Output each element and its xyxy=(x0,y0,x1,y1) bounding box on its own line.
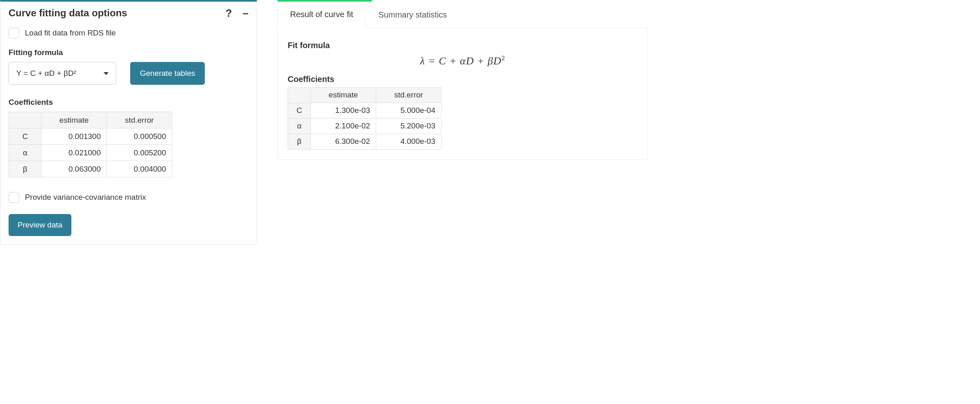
coefficients-table-left: estimate std.error C 0.001300 0.000500 α… xyxy=(9,112,172,177)
help-icon[interactable]: ? xyxy=(226,8,232,18)
collapse-icon[interactable]: – xyxy=(243,8,248,18)
table-corner xyxy=(9,112,42,128)
table-row: C 0.001300 0.000500 xyxy=(9,128,172,145)
curve-fitting-options-panel: Curve fitting data options ? – Load fit … xyxy=(0,0,257,245)
preview-data-button[interactable]: Preview data xyxy=(9,214,71,236)
table-row: β 0.063000 0.004000 xyxy=(9,161,172,177)
load-from-rds-row[interactable]: Load fit data from RDS file xyxy=(9,28,248,38)
tabs: Result of curve fit Summary statistics xyxy=(277,2,648,28)
coefficients-table-right: estimate std.error C 1.300e-03 5.000e-04… xyxy=(288,87,441,150)
table-row: C 1.300e-03 5.000e-04 xyxy=(288,103,441,118)
col-estimate: estimate xyxy=(311,87,376,103)
fitting-formula-select[interactable]: Y = C + αD + βD² xyxy=(9,62,116,85)
tab-summary-statistics[interactable]: Summary statistics xyxy=(366,2,460,27)
table-row: α 2.100e-02 5.200e-03 xyxy=(288,118,441,134)
table-corner xyxy=(288,87,311,103)
chevron-down-icon xyxy=(104,72,109,75)
col-stderr: std.error xyxy=(376,87,441,103)
load-from-rds-checkbox[interactable] xyxy=(9,28,19,38)
provide-varcov-row[interactable]: Provide variance-covariance matrix xyxy=(9,192,248,203)
col-estimate: estimate xyxy=(42,112,107,128)
fit-formula-heading: Fit formula xyxy=(288,41,638,50)
table-row: β 6.300e-02 4.000e-03 xyxy=(288,134,441,149)
coefficients-label-left: Coefficients xyxy=(9,98,248,107)
fitting-formula-label: Fitting formula xyxy=(9,48,248,57)
tab-result-of-curve-fit[interactable]: Result of curve fit xyxy=(277,2,366,28)
provide-varcov-label: Provide variance-covariance matrix xyxy=(25,193,146,202)
results-panel: Result of curve fit Summary statistics F… xyxy=(277,0,648,160)
fitting-formula-value: Y = C + αD + βD² xyxy=(16,69,98,78)
fit-formula-display: λ = C + αD + βD2 xyxy=(288,54,638,67)
coefficients-label-right: Coefficients xyxy=(288,75,638,84)
col-stderr: std.error xyxy=(107,112,172,128)
load-from-rds-label: Load fit data from RDS file xyxy=(25,29,116,38)
provide-varcov-checkbox[interactable] xyxy=(9,192,19,203)
table-row: α 0.021000 0.005200 xyxy=(9,145,172,161)
generate-tables-button[interactable]: Generate tables xyxy=(130,62,205,85)
panel-title: Curve fitting data options xyxy=(9,7,226,19)
